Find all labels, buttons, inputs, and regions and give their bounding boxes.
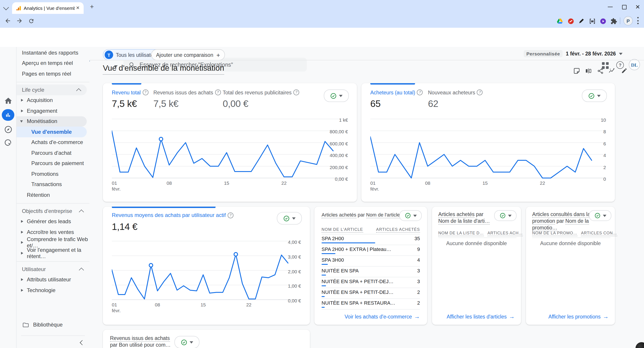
sidebar-section-objectifs-dentreprise[interactable]: Objectifs d'entreprise <box>16 206 90 216</box>
sidebar-section-life-cycle[interactable]: Life cycle <box>16 84 87 95</box>
sidebar-item-apercu-en-temps-reel[interactable]: Aperçu en temps réel <box>16 58 90 68</box>
chevron-right-icon <box>21 241 23 244</box>
column-value[interactable]: ARTICLES CON… <box>581 231 617 236</box>
browser-tab[interactable]: Analytics | Vue d'ensemble de la monétis… <box>12 2 84 14</box>
column-value[interactable]: ARTICLES ACHETÉS <box>376 227 420 232</box>
data-quality-dropdown[interactable] <box>589 210 611 221</box>
empty-state-message: Aucune donnée disponible <box>432 241 521 246</box>
reload-button[interactable] <box>27 16 35 25</box>
blocker-extension-icon[interactable] <box>567 17 575 25</box>
sidebar-item-transactions[interactable]: Transactions <box>16 179 90 190</box>
help-icon[interactable] <box>228 212 234 218</box>
pen-extension-icon[interactable] <box>577 17 586 25</box>
window-restore-button[interactable] <box>617 0 632 14</box>
revenue-line-chart <box>112 118 348 178</box>
metric-tab-revenu-total[interactable]: Revenu total 7,5 k€ <box>112 90 148 109</box>
help-icon[interactable] <box>294 90 299 95</box>
browser-profile-avatar[interactable]: P <box>624 16 633 26</box>
forward-button[interactable] <box>15 16 24 25</box>
sidebar-item-acquisition[interactable]: Acquisition <box>16 95 90 106</box>
sidebar-item-retention[interactable]: Rétention <box>16 190 90 200</box>
back-button[interactable] <box>4 16 12 25</box>
home-icon[interactable] <box>4 96 12 105</box>
notes-icon[interactable] <box>572 67 580 75</box>
metric-tab-revenus-achats[interactable]: Revenus issus des achats 7,5 k€ <box>154 90 221 109</box>
window-minimize-button[interactable] <box>602 0 618 14</box>
explore-icon[interactable] <box>4 125 12 134</box>
data-quality-dropdown[interactable] <box>324 90 349 102</box>
sidebar-item-library[interactable]: Bibliothèque <box>16 319 90 330</box>
check-circle-icon <box>283 215 290 222</box>
sidebar-item-monetisation[interactable]: Monétisation <box>16 116 87 126</box>
x-axis-label: 01févr. <box>370 180 379 192</box>
floating-widget-button[interactable] <box>636 342 644 348</box>
chevron-up-icon[interactable] <box>79 209 84 214</box>
metric-value: 65 <box>370 98 423 109</box>
card-title: Articles achetés par Nom de l'article <box>322 212 400 218</box>
sidebar-section-utilisateur[interactable]: Utilisateur <box>16 264 90 274</box>
drive-extension-icon[interactable] <box>556 17 564 25</box>
sidebar-item-parcours-dachat[interactable]: Parcours d'achat <box>16 148 90 158</box>
sidebar-item-parcours-de-paiement[interactable]: Parcours de paiement <box>16 158 90 169</box>
edit-icon[interactable] <box>620 67 628 75</box>
data-quality-dropdown[interactable] <box>582 90 607 102</box>
column-value[interactable]: ARTICLES ACH… <box>488 231 523 236</box>
add-comparison-chip[interactable]: Ajouter une comparaison + <box>151 49 225 60</box>
chevron-up-icon[interactable] <box>76 88 82 93</box>
table-row: NUITÉE EN SPA + PETIT-DEJ…3 <box>322 277 420 288</box>
sidebar-item-voir-lengagement-et-la-retent[interactable]: Voir l'engagement et la rétent… <box>16 248 90 258</box>
sidebar-item-attributs-utilisateur[interactable]: Attributs utilisateur <box>16 274 90 285</box>
reports-icon[interactable] <box>2 109 14 121</box>
help-icon[interactable] <box>215 90 221 95</box>
check-circle-icon <box>330 92 337 99</box>
sidebar-item-achats-decommerce[interactable]: Achats d'e-commerce <box>16 137 90 148</box>
sidebar-item-instantane-des-rapports[interactable]: Instantané des rapports <box>16 48 90 58</box>
comparison-icon[interactable] <box>584 67 592 75</box>
link-item-lists[interactable]: Afficher les listes d'articles <box>446 313 515 320</box>
help-icon[interactable] <box>477 90 483 95</box>
new-tab-button[interactable]: + <box>88 4 95 10</box>
advertising-icon[interactable] <box>4 139 12 147</box>
metric-tab-acheteurs-total[interactable]: Acheteurs (au total) 65 <box>370 90 423 109</box>
browser-menu-kebab-icon[interactable] <box>637 17 639 24</box>
window-close-button[interactable]: ✕ <box>630 0 644 14</box>
date-range-picker[interactable]: Personnalisée 1 févr. - 28 févr. 2026 <box>524 50 622 57</box>
collapse-sidebar-button[interactable] <box>76 338 86 348</box>
link-promotions[interactable]: Afficher les promotions <box>548 313 609 320</box>
tab-close-icon[interactable]: ✕ <box>75 5 81 11</box>
sidebar-item-vue-densemble[interactable]: Vue d'ensemble <box>16 126 87 137</box>
column-name[interactable]: NOM DE LA PROMO… <box>532 231 577 236</box>
tab-search-chevron-icon[interactable] <box>3 4 9 10</box>
data-quality-dropdown[interactable] <box>399 210 422 221</box>
data-quality-dropdown[interactable] <box>494 210 516 221</box>
share-icon[interactable] <box>596 67 604 75</box>
metric-tab-arpu[interactable]: Revenus moyens des achats par utilisateu… <box>112 212 234 232</box>
data-quality-dropdown[interactable] <box>277 212 302 224</box>
sidebar-item-engagement[interactable]: Engagement <box>16 106 90 116</box>
value-bar <box>322 306 325 308</box>
column-name[interactable]: NOM DE L'ARTICLE <box>322 227 363 232</box>
insights-icon[interactable] <box>608 67 616 75</box>
sidebar-item-pages-en-temps-reel[interactable]: Pages en temps réel <box>16 68 90 79</box>
help-icon[interactable] <box>417 90 423 95</box>
column-name[interactable]: NOM DE LA LISTE D… <box>438 231 484 236</box>
ga-account-avatar[interactable]: DL <box>629 59 640 70</box>
selected-metric-accent <box>112 207 216 208</box>
chevron-up-icon[interactable] <box>79 268 84 273</box>
metric-value: 7,5 k€ <box>112 98 148 109</box>
sidebar-item-technologie[interactable]: Technologie <box>16 285 90 296</box>
data-quality-dropdown[interactable] <box>174 336 200 348</box>
extensions-puzzle-icon[interactable] <box>610 17 618 25</box>
link-ecommerce-purchases[interactable]: Voir les achats d'e-commerce <box>344 313 420 320</box>
sidebar-item-promotions[interactable]: Promotions <box>16 169 90 179</box>
sidebar-item-comprendre-le-trafic-web-et[interactable]: Comprendre le trafic Web et/… <box>16 237 90 248</box>
w-brackets-extension-icon[interactable] <box>588 17 596 25</box>
browser-titlebar: Analytics | Vue d'ensemble de la monétis… <box>0 0 644 14</box>
chevron-right-icon <box>21 220 23 223</box>
metric-tab-revenus-pub[interactable]: Total des revenus publicitaires 0,00 € <box>223 90 299 109</box>
purple-extension-icon[interactable] <box>599 17 607 25</box>
help-icon[interactable] <box>142 90 148 95</box>
metric-tab-nouveaux-acheteurs[interactable]: Nouveaux acheteurs 62 <box>428 90 483 109</box>
sidebar-item-generer-des-leads[interactable]: Générer des leads <box>16 216 90 227</box>
sidebar-item-accroitre-les-ventes[interactable]: Accroître les ventes <box>16 227 90 237</box>
